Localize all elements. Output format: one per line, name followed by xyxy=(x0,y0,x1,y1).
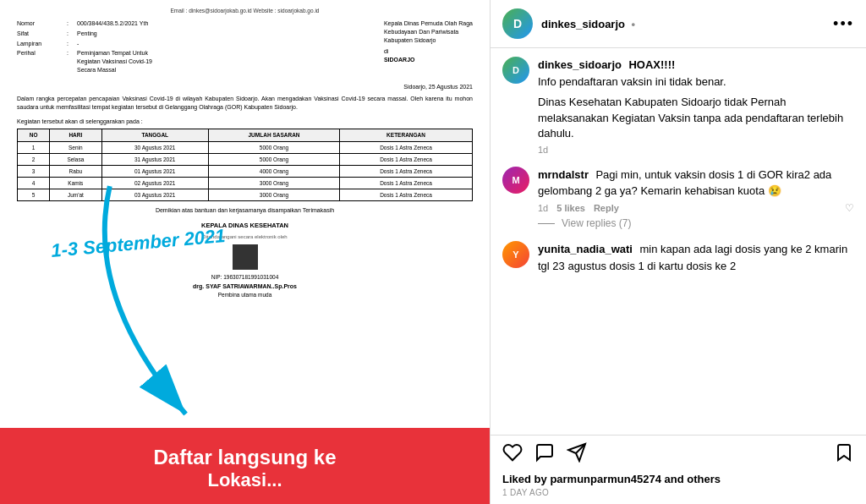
ig-username: dinkes_sidoarjo • xyxy=(541,18,825,30)
save-button[interactable] xyxy=(834,442,854,468)
comment-meta: 1d 5 likes Reply ♡ xyxy=(538,202,854,214)
doc-body-text: Dalam rangka percepatan pencapaian Vaksi… xyxy=(17,95,473,112)
comment-meta: 1d xyxy=(538,145,854,155)
table-row: 1 Senin 30 Agustus 2021 5000 Orang Dosis… xyxy=(18,141,473,153)
comment-item: M mrndalstr Pagi min, untuk vaksin dosis… xyxy=(502,167,854,229)
comment-item: Y yunita_nadia_wati min kapan ada lagi d… xyxy=(502,241,854,273)
document-panel: Email : dinkes@sidoarjokab.go.id Website… xyxy=(0,0,491,504)
red-banner: Daftar langsung ke Lokasi... xyxy=(0,428,490,504)
comment-body: mrndalstr Pagi min, untuk vaksin dosis 1… xyxy=(538,167,854,229)
liked-by: Liked by parmunparmun45274 and others xyxy=(502,473,854,485)
doc-header: Email : dinkes@sidoarjokab.go.id Website… xyxy=(17,7,473,14)
table-row: 2 Selasa 31 Agustus 2021 5000 Orang Dosi… xyxy=(18,153,473,165)
comment-body: dinkes_sidoarjo HOAX!!!! Info pendaftara… xyxy=(538,57,854,155)
avatar: D xyxy=(502,57,529,84)
document-image: Email : dinkes@sidoarjokab.go.id Website… xyxy=(0,0,490,504)
more-options-button[interactable]: ••• xyxy=(833,15,854,33)
heart-icon[interactable]: ♡ xyxy=(845,202,854,214)
doc-field-nomor: Nomor : 000/3844/438.5.2/2021 Yth xyxy=(17,19,375,28)
ig-header: D dinkes_sidoarjo • ••• xyxy=(491,0,866,48)
avatar: M xyxy=(502,167,529,194)
table-row: 4 Kamis 02 Agustus 2021 3000 Orang Dosis… xyxy=(18,177,473,189)
table-row: 5 Jum'at 03 Agustus 2021 3000 Orang Dosi… xyxy=(18,189,473,200)
doc-fields: Nomor : 000/3844/438.5.2/2021 Yth Sifat … xyxy=(17,19,375,74)
ig-actions: Liked by parmunparmun45274 and others 1 … xyxy=(491,435,866,504)
view-replies-button[interactable]: View replies (7) xyxy=(538,217,854,229)
doc-signature: KEPALA DINAS KESEHATAN Ditandatangani se… xyxy=(17,222,473,299)
comment-body: yunita_nadia_wati min kapan ada lagi dos… xyxy=(538,241,854,273)
doc-field-lampiran: Lampiran : - xyxy=(17,40,375,48)
qr-code xyxy=(233,244,258,270)
table-row: 3 Rabu 01 Agustus 2021 4000 Orang Dosis … xyxy=(18,165,473,177)
avatar: Y xyxy=(502,241,529,268)
doc-field-sifat: Sifat : Penting xyxy=(17,30,375,38)
document-content: Email : dinkes@sidoarjokab.go.id Website… xyxy=(0,0,490,310)
instagram-panel: D dinkes_sidoarjo • ••• D dinkes_sidoarj… xyxy=(491,0,866,504)
doc-field-perihal: Perihal : Peminjaman Tempat UntukKegiata… xyxy=(17,49,375,74)
schedule-table: NO HARI TANGGAL JUMLAH SASARAN KETERANGA… xyxy=(17,129,473,201)
reply-button[interactable]: Reply xyxy=(594,203,619,213)
comments-section: D dinkes_sidoarjo HOAX!!!! Info pendafta… xyxy=(491,48,866,435)
like-button[interactable] xyxy=(502,442,523,468)
timestamp: 1 DAY AGO xyxy=(502,488,854,497)
share-button[interactable] xyxy=(567,442,587,468)
action-icons xyxy=(502,442,854,468)
avatar: D xyxy=(502,8,533,39)
comment-item: D dinkes_sidoarjo HOAX!!!! Info pendafta… xyxy=(502,57,854,155)
doc-footer-text: Demikian atas bantuan dan kerjasamanya d… xyxy=(17,206,473,215)
comment-button[interactable] xyxy=(534,442,555,468)
